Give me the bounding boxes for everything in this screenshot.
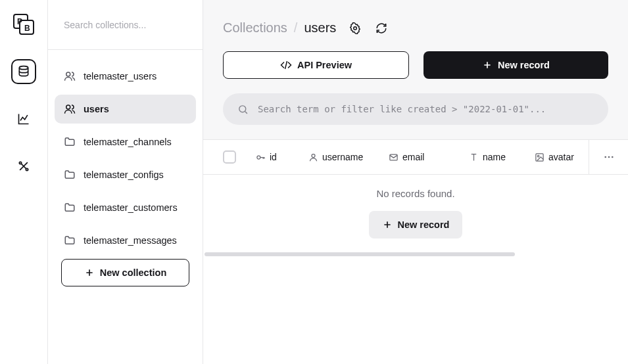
- refresh-button[interactable]: [374, 21, 389, 35]
- breadcrumb-row: Collections / users: [223, 20, 608, 35]
- sidebar-item-label: telemaster_channels: [84, 137, 172, 147]
- svg-text:B: B: [24, 24, 30, 33]
- image-icon: [535, 152, 544, 162]
- breadcrumb-separator: /: [294, 20, 298, 35]
- svg-rect-14: [536, 153, 543, 160]
- main: Collections / users: [203, 0, 628, 364]
- svg-point-15: [537, 155, 539, 157]
- select-all-checkbox[interactable]: [223, 150, 236, 164]
- sidebar: telemaster_users users telemaster_channe…: [48, 0, 203, 364]
- sidebar-item-label: telemaster_users: [84, 71, 157, 81]
- column-label: id: [270, 152, 277, 162]
- column-username[interactable]: username: [308, 152, 389, 162]
- scrollbar-track: [203, 252, 628, 256]
- users-icon: [64, 70, 76, 82]
- empty-new-record-label: New record: [398, 219, 450, 230]
- main-header: Collections / users: [203, 0, 628, 140]
- folder-icon: [64, 202, 76, 214]
- folder-icon: [64, 169, 76, 181]
- code-icon: [280, 59, 292, 71]
- new-record-label: New record: [498, 60, 550, 70]
- app-logo: P B: [11, 12, 36, 37]
- more-columns-button[interactable]: [589, 140, 628, 174]
- database-icon: [17, 65, 30, 78]
- column-label: avatar: [548, 152, 574, 162]
- sidebar-item-label: telemaster_configs: [84, 170, 164, 180]
- horizontal-scrollbar[interactable]: [203, 252, 628, 256]
- sidebar-search: [48, 0, 203, 50]
- sidebar-item-telemaster-messages[interactable]: telemaster_messages: [55, 226, 196, 255]
- select-all-cell: [223, 150, 256, 164]
- chart-icon: [17, 112, 30, 125]
- sidebar-item-telemaster-users[interactable]: telemaster_users: [55, 62, 196, 91]
- plus-icon: [482, 60, 493, 70]
- nav-rail: P B: [0, 0, 48, 364]
- rail-tools[interactable]: [11, 154, 36, 179]
- api-preview-button[interactable]: API Preview: [223, 51, 409, 79]
- svg-point-6: [26, 168, 28, 170]
- empty-message: No records found.: [203, 188, 628, 199]
- plus-icon: [382, 219, 393, 230]
- sidebar-item-label: users: [84, 104, 109, 114]
- column-avatar[interactable]: avatar: [535, 152, 587, 162]
- tools-icon: [17, 160, 30, 173]
- svg-point-8: [66, 105, 70, 109]
- folder-icon: [64, 136, 76, 148]
- table-body: No records found. New record: [203, 175, 628, 364]
- key-icon: [256, 152, 266, 162]
- column-email[interactable]: email: [389, 152, 469, 162]
- sidebar-item-telemaster-customers[interactable]: telemaster_customers: [55, 193, 196, 222]
- actions-row: API Preview New record: [223, 51, 608, 79]
- api-preview-label: API Preview: [297, 60, 352, 70]
- folder-icon: [64, 235, 76, 246]
- gear-icon: [349, 22, 361, 34]
- logo-icon: P B: [12, 12, 36, 36]
- filter-input[interactable]: [258, 104, 594, 114]
- plus-icon: [84, 267, 95, 278]
- new-collection-button[interactable]: New collection: [61, 259, 189, 286]
- sidebar-item-label: telemaster_customers: [84, 202, 178, 213]
- refresh-icon: [375, 22, 387, 34]
- collection-search-input[interactable]: [64, 20, 187, 30]
- mail-icon: [389, 152, 399, 162]
- column-label: email: [402, 152, 424, 162]
- svg-point-17: [608, 156, 610, 158]
- collection-settings-button[interactable]: [348, 21, 362, 35]
- column-id[interactable]: id: [256, 152, 308, 162]
- svg-point-10: [239, 105, 246, 112]
- more-icon: [603, 151, 615, 163]
- svg-point-11: [257, 156, 260, 159]
- svg-point-5: [19, 162, 21, 164]
- users-icon: [64, 103, 76, 115]
- sidebar-item-telemaster-channels[interactable]: telemaster_channels: [55, 127, 196, 156]
- svg-point-16: [604, 156, 606, 158]
- column-label: username: [322, 152, 363, 162]
- scrollbar-thumb[interactable]: [205, 252, 515, 256]
- filter-bar: [223, 93, 608, 125]
- user-icon: [308, 152, 318, 162]
- collection-list: telemaster_users users telemaster_channe…: [48, 50, 203, 364]
- sidebar-item-telemaster-configs[interactable]: telemaster_configs: [55, 160, 196, 189]
- rail-analytics[interactable]: [11, 106, 36, 131]
- svg-point-9: [354, 26, 357, 30]
- empty-state: No records found. New record: [203, 175, 628, 239]
- svg-point-4: [19, 66, 28, 70]
- svg-point-12: [312, 154, 315, 157]
- new-collection-label: New collection: [100, 267, 167, 278]
- svg-point-18: [611, 156, 613, 158]
- sidebar-item-users[interactable]: users: [55, 95, 196, 124]
- table-header: id username email name avatar: [203, 140, 628, 175]
- breadcrumb: Collections / users: [223, 20, 336, 35]
- breadcrumb-root[interactable]: Collections: [223, 20, 287, 35]
- sidebar-item-label: telemaster_messages: [84, 235, 177, 246]
- empty-new-record-button[interactable]: New record: [369, 211, 463, 239]
- text-icon: [469, 152, 479, 162]
- breadcrumb-current: users: [304, 20, 336, 35]
- rail-database[interactable]: [11, 59, 36, 84]
- svg-text:P: P: [17, 17, 22, 26]
- search-icon: [237, 104, 249, 115]
- svg-point-7: [66, 72, 70, 76]
- column-label: name: [483, 152, 506, 162]
- new-record-button[interactable]: New record: [423, 51, 608, 79]
- column-name[interactable]: name: [469, 152, 535, 162]
